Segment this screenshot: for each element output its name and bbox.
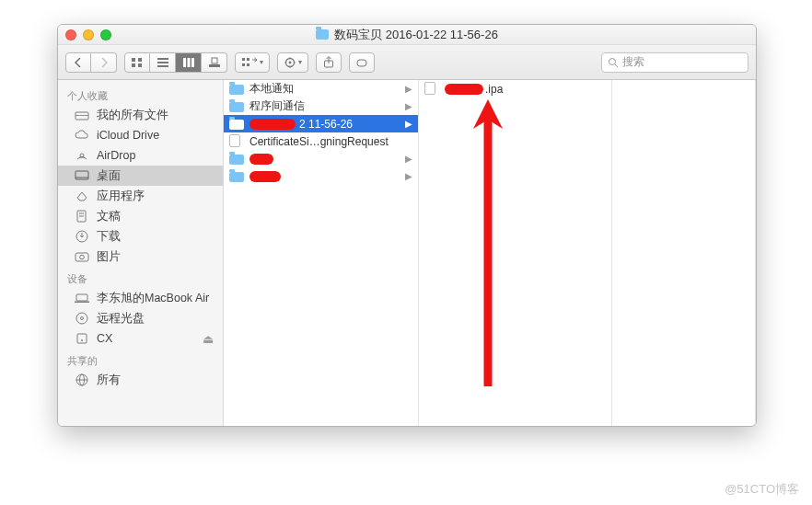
cloud-icon <box>75 129 89 142</box>
finder-window: 数码宝贝 2016-01-22 11-56-26 <box>57 24 757 427</box>
redacted <box>249 154 273 165</box>
svg-rect-11 <box>209 64 220 67</box>
sidebar-item-airdrop[interactable]: AirDrop <box>58 145 223 166</box>
document-icon <box>229 135 244 147</box>
list-item[interactable]: ▶ <box>224 150 418 167</box>
action-button[interactable]: ▾ <box>277 52 308 73</box>
coverflow-view-button[interactable] <box>202 52 227 73</box>
svg-rect-8 <box>187 58 190 67</box>
sidebar-item-downloads[interactable]: 下载 <box>58 226 223 247</box>
eject-icon[interactable]: ⏏ <box>203 332 214 346</box>
disc-icon <box>75 312 89 325</box>
tags-button[interactable] <box>349 52 375 73</box>
icon-view-button[interactable] <box>124 52 150 73</box>
svg-rect-23 <box>357 60 366 66</box>
arrange-group: ▾ <box>235 52 270 73</box>
svg-rect-6 <box>157 65 168 67</box>
document-icon <box>424 83 439 95</box>
svg-line-25 <box>615 64 618 67</box>
list-item[interactable]: ▶ <box>224 167 418 185</box>
arrange-button[interactable]: ▾ <box>235 52 270 73</box>
pictures-icon <box>75 250 89 263</box>
sidebar-item-all[interactable]: 所有 <box>58 370 223 390</box>
sidebar-item-documents[interactable]: 文稿 <box>58 206 223 226</box>
window-title: 数码宝贝 2016-01-22 11-56-26 <box>334 27 498 43</box>
column-view-button[interactable] <box>176 52 202 73</box>
allfiles-icon <box>75 109 89 121</box>
svg-rect-10 <box>212 58 217 63</box>
svg-point-17 <box>289 61 292 63</box>
folder-icon <box>229 83 244 95</box>
minimize-button[interactable] <box>83 29 94 40</box>
svg-point-39 <box>76 313 87 324</box>
chevron-right-icon: ▶ <box>405 171 412 181</box>
column-2[interactable]: .ipa <box>419 80 612 426</box>
back-button[interactable] <box>65 52 91 73</box>
content-area: 个人收藏 我的所有文件 iCloud Drive AirDrop 桌面 应用程序… <box>58 80 756 426</box>
sidebar-header-favorites: 个人收藏 <box>58 84 223 105</box>
close-button[interactable] <box>65 29 76 40</box>
svg-rect-29 <box>75 171 88 179</box>
svg-rect-1 <box>138 58 142 62</box>
list-item[interactable]: .ipa <box>419 80 611 98</box>
watermark: @51CTO博客 <box>725 481 799 498</box>
svg-point-36 <box>80 255 85 259</box>
sidebar: 个人收藏 我的所有文件 iCloud Drive AirDrop 桌面 应用程序… <box>58 80 224 426</box>
sidebar-item-allfiles[interactable]: 我的所有文件 <box>58 105 223 125</box>
chevron-right-icon: ▶ <box>405 84 412 94</box>
column-3[interactable] <box>612 80 756 426</box>
list-item[interactable]: 程序间通信▶ <box>224 98 418 115</box>
laptop-icon <box>75 292 89 304</box>
svg-rect-13 <box>242 63 245 66</box>
svg-rect-15 <box>247 63 249 66</box>
list-item[interactable]: 2 11-56-26▶ <box>224 115 418 132</box>
search-field[interactable]: 搜索 <box>601 52 748 73</box>
list-item[interactable]: CertificateSi…gningRequest <box>224 132 418 150</box>
window-controls <box>65 29 111 40</box>
folder-icon <box>229 100 244 112</box>
svg-rect-5 <box>157 62 168 63</box>
svg-point-24 <box>609 58 616 64</box>
airdrop-icon <box>75 149 89 162</box>
svg-rect-14 <box>247 58 249 61</box>
list-item[interactable]: 本地通知▶ <box>224 80 418 98</box>
documents-icon <box>75 210 89 223</box>
sidebar-header-devices: 设备 <box>58 267 223 288</box>
chevron-right-icon: ▶ <box>405 154 412 164</box>
column-1[interactable]: 本地通知▶ 程序间通信▶ 2 11-56-26▶ CertificateSi…g… <box>224 80 419 426</box>
apps-icon <box>75 189 89 202</box>
svg-point-40 <box>81 317 84 320</box>
sidebar-item-pictures[interactable]: 图片 <box>58 247 223 267</box>
sidebar-item-macbook[interactable]: 李东旭的MacBook Air <box>58 288 223 308</box>
toolbar: ▾ ▾ 搜索 <box>58 45 756 80</box>
svg-rect-41 <box>77 334 87 343</box>
svg-rect-38 <box>75 301 89 303</box>
svg-rect-4 <box>157 58 168 60</box>
chevron-right-icon: ▶ <box>405 119 412 129</box>
svg-rect-7 <box>183 58 186 67</box>
svg-rect-3 <box>138 63 142 67</box>
zoom-button[interactable] <box>100 29 111 40</box>
svg-rect-2 <box>132 63 135 67</box>
svg-rect-12 <box>242 58 245 61</box>
list-view-button[interactable] <box>150 52 176 73</box>
sidebar-item-apps[interactable]: 应用程序 <box>58 186 223 206</box>
sidebar-item-desktop[interactable]: 桌面 <box>58 166 223 186</box>
globe-icon <box>75 373 89 386</box>
folder-icon <box>316 29 329 40</box>
desktop-icon <box>75 169 89 182</box>
sidebar-item-icloud[interactable]: iCloud Drive <box>58 125 223 145</box>
redacted <box>249 119 296 130</box>
search-placeholder: 搜索 <box>622 54 644 70</box>
sidebar-item-cx[interactable]: CX⏏ <box>58 328 223 349</box>
action-group: ▾ <box>277 52 308 73</box>
svg-rect-37 <box>76 294 87 301</box>
folder-icon <box>229 118 244 130</box>
nav-buttons <box>65 52 117 73</box>
svg-rect-26 <box>75 112 88 120</box>
titlebar[interactable]: 数码宝贝 2016-01-22 11-56-26 <box>58 25 756 45</box>
chevron-right-icon: ▶ <box>405 101 412 111</box>
forward-button[interactable] <box>91 52 117 73</box>
sidebar-item-remotedisc[interactable]: 远程光盘 <box>58 308 223 328</box>
share-button[interactable] <box>316 52 342 73</box>
